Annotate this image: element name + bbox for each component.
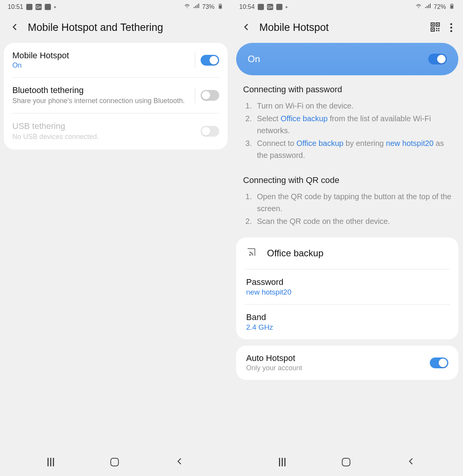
tile-icon (45, 4, 51, 10)
instruction-step: Connect to Office backup by entering new… (243, 137, 451, 161)
nav-home[interactable] (110, 458, 119, 466)
master-toggle-banner[interactable]: On (236, 43, 458, 75)
row-subtitle: Share your phone's internet connection u… (12, 96, 195, 105)
back-button[interactable] (11, 23, 19, 33)
qr-code-button[interactable] (430, 22, 440, 34)
wifi-icon (184, 3, 191, 10)
toggle-mobile-hotspot[interactable] (201, 55, 219, 66)
nav-home[interactable] (342, 458, 350, 466)
nav-back[interactable] (407, 457, 416, 467)
instructions-qr: Open the QR code by tapping the button a… (231, 188, 463, 232)
network-name: Office backup (267, 248, 323, 259)
row-network-name[interactable]: Office backup (236, 237, 458, 269)
separator (195, 53, 195, 68)
svg-rect-14 (436, 28, 437, 29)
config-value: 2.4 GHz (246, 323, 448, 332)
status-time: 10:54 (239, 3, 255, 10)
tile-icon (276, 4, 282, 10)
signal-icon (193, 3, 200, 10)
picture-icon (26, 4, 32, 10)
row-subtitle: No USB devices connected. (12, 132, 201, 141)
row-title: USB tethering (12, 121, 201, 131)
auto-hotspot-title: Auto Hotspot (246, 353, 302, 363)
back-button[interactable] (242, 23, 251, 33)
row-band[interactable]: Band 2.4 GHz (236, 305, 458, 339)
screen-tethering: 10:51 G≡ 73% Mobile Hotspot and Tetherin… (0, 0, 231, 476)
nav-recents[interactable] (279, 458, 286, 466)
news-icon: G≡ (267, 4, 273, 10)
banner-label: On (248, 54, 260, 64)
auto-hotspot-sub: Only your account (246, 364, 302, 372)
page-title: Mobile Hotspot (259, 22, 329, 34)
config-label: Password (246, 277, 448, 287)
svg-rect-16 (436, 30, 437, 31)
nav-recents[interactable] (47, 458, 54, 466)
battery-icon (448, 3, 455, 10)
svg-point-4 (418, 7, 419, 8)
row-bluetooth-tethering[interactable]: Bluetooth tethering Share your phone's i… (4, 78, 228, 113)
svg-rect-17 (438, 30, 439, 31)
svg-rect-2 (220, 4, 221, 4)
status-bar: 10:51 G≡ 73% (0, 0, 231, 14)
hotspot-config-card: Office backup Password new hotspit20 Ban… (236, 237, 458, 339)
row-usb-tethering: USB tethering No USB devices connected. (4, 113, 228, 149)
battery-percent: 72% (434, 3, 446, 10)
header: Mobile Hotspot (231, 14, 463, 43)
svg-rect-15 (438, 28, 439, 29)
toggle-auto-hotspot[interactable] (430, 357, 448, 368)
svg-point-18 (249, 254, 251, 256)
config-label: Band (246, 312, 448, 322)
row-subtitle: On (12, 61, 195, 69)
battery-percent: 73% (202, 3, 215, 10)
settings-card: Mobile Hotspot On Bluetooth tethering Sh… (4, 43, 228, 149)
header: Mobile Hotspot and Tethering (0, 14, 231, 43)
nav-bar (231, 448, 463, 476)
instruction-step: Select Office backup from the list of av… (243, 113, 451, 137)
toggle-usb-tethering (201, 126, 219, 137)
instruction-step: Turn on Wi-Fi on the device. (243, 100, 451, 112)
status-time: 10:51 (8, 3, 23, 10)
toggle-hotspot-master[interactable] (428, 54, 447, 64)
separator (195, 88, 195, 103)
signal-icon (424, 3, 431, 10)
page-title: Mobile Hotspot and Tethering (28, 22, 163, 34)
svg-rect-7 (451, 5, 453, 8)
svg-rect-6 (451, 4, 453, 4)
picture-icon (258, 4, 264, 10)
svg-rect-13 (432, 29, 433, 30)
more-notif-icon (286, 6, 287, 8)
screen-hotspot-detail: 10:54 G≡ 72% Mobile Hotspot (231, 0, 463, 476)
row-title: Mobile Hotspot (12, 51, 195, 61)
wifi-icon (415, 3, 422, 10)
row-mobile-hotspot[interactable]: Mobile Hotspot On (4, 43, 228, 77)
hotspot-icon (246, 247, 258, 260)
news-icon: G≡ (35, 4, 42, 10)
section-heading-password: Connecting with password (231, 75, 463, 98)
status-bar: 10:54 G≡ 72% (231, 0, 463, 14)
row-title: Bluetooth tethering (12, 85, 195, 95)
instructions-password: Turn on Wi-Fi on the device. Select Offi… (231, 98, 463, 166)
toggle-bluetooth-tethering[interactable] (201, 90, 219, 101)
config-value: new hotspit20 (246, 288, 448, 296)
more-notif-icon (54, 6, 56, 8)
svg-rect-11 (437, 24, 438, 25)
svg-rect-9 (432, 24, 433, 25)
battery-icon (217, 3, 224, 10)
svg-rect-3 (220, 5, 221, 8)
section-heading-qr: Connecting with QR code (231, 166, 463, 188)
row-password[interactable]: Password new hotspit20 (236, 269, 458, 304)
instruction-step: Open the QR code by tapping the button a… (243, 191, 451, 215)
instruction-step: Scan the QR code on the other device. (243, 215, 451, 227)
row-auto-hotspot[interactable]: Auto Hotspot Only your account (236, 346, 458, 380)
more-options-button[interactable] (450, 23, 452, 32)
nav-back[interactable] (176, 457, 184, 467)
nav-bar (0, 448, 231, 476)
svg-point-0 (187, 7, 188, 8)
